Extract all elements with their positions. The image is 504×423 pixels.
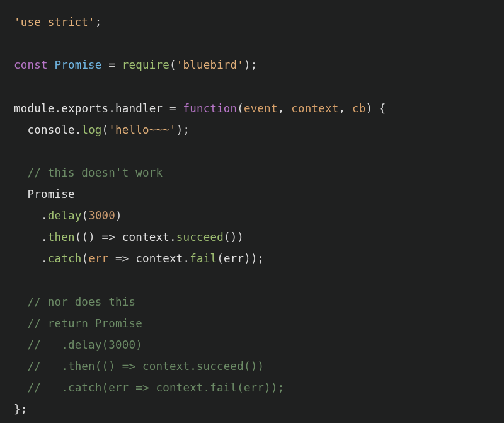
fn-delay: delay (48, 209, 82, 222)
comment-doesnt-work: // this doesn't work (27, 166, 163, 179)
fn-log: log (81, 124, 101, 136)
string-literal: 'use strict' (14, 16, 95, 28)
keyword-function: function (183, 102, 237, 115)
fn-then: then (48, 231, 75, 243)
keyword-const: const (14, 59, 48, 71)
var-err: err (224, 252, 244, 265)
fn-require: require (122, 59, 169, 71)
identifier-promise-use: Promise (27, 188, 74, 200)
arrow: => (108, 252, 135, 265)
arrow: => (95, 231, 122, 243)
comment-return-promise: // return Promise (27, 317, 142, 330)
comment-catch: // .catch(err => context.fail(err)); (27, 381, 284, 394)
prop-handler: handler (115, 102, 163, 115)
comment-then: // .then(() => context.succeed()) (27, 360, 264, 373)
param-context: context (291, 102, 338, 115)
prop-exports: exports (61, 102, 108, 115)
var-module: module (14, 102, 54, 115)
operator-assign: = (102, 59, 122, 71)
fn-succeed: succeed (176, 231, 224, 243)
code-block: 'use strict'; const Promise = require('b… (0, 0, 504, 423)
var-context: context (135, 252, 183, 265)
param-event: event (244, 102, 278, 115)
param-cb: cb (352, 102, 365, 115)
comment-nor-does-this: // nor does this (27, 296, 135, 308)
var-console: console (27, 124, 74, 136)
identifier-promise: Promise (54, 59, 101, 71)
operator-assign: = (163, 102, 183, 115)
comment-delay: // .delay(3000) (27, 339, 142, 351)
param-err: err (88, 252, 108, 265)
fn-fail: fail (190, 252, 217, 265)
string-bluebird: 'bluebird' (176, 59, 244, 71)
var-context: context (122, 231, 169, 243)
string-hello: 'hello~~~' (108, 124, 176, 136)
fn-catch: catch (48, 252, 82, 265)
number-3000: 3000 (88, 209, 115, 222)
